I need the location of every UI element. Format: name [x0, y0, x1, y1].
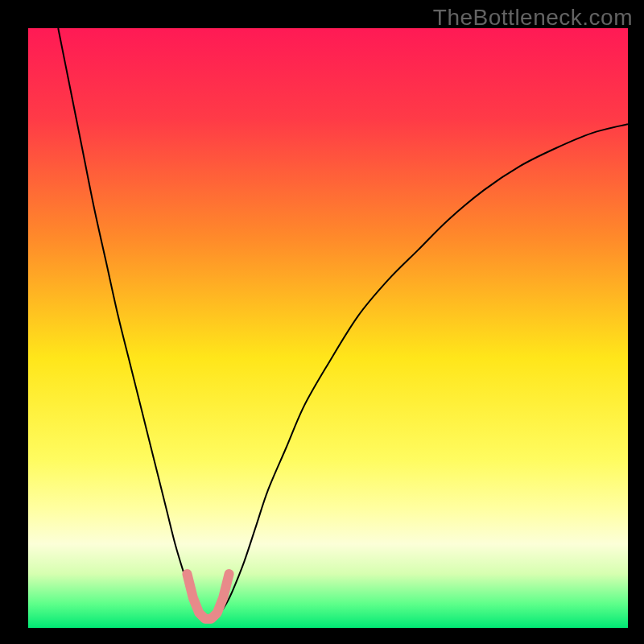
watermark-text: TheBottleneck.com	[433, 5, 633, 31]
chart-plot	[28, 28, 628, 628]
chart-frame: TheBottleneck.com	[0, 0, 644, 644]
chart-background	[28, 28, 628, 628]
